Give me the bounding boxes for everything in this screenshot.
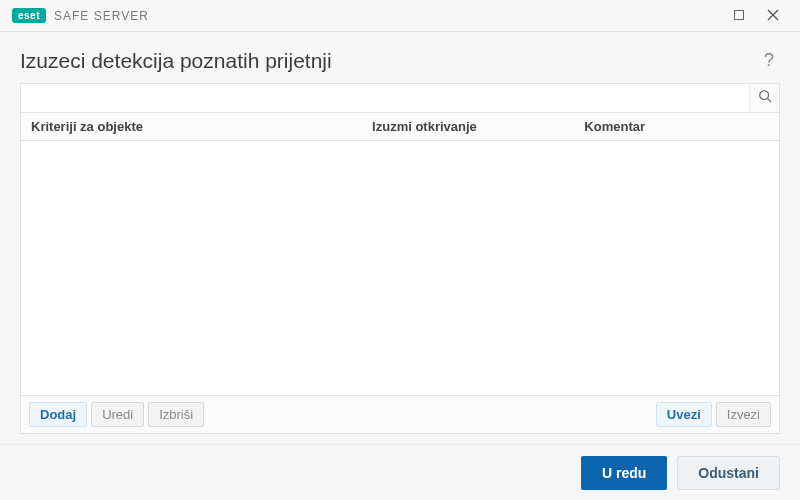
cancel-button[interactable]: Odustani — [677, 456, 780, 490]
column-comment[interactable]: Komentar — [574, 113, 779, 140]
window-maximize-button[interactable] — [722, 0, 756, 32]
brand-badge: eset — [12, 8, 46, 23]
column-exclude[interactable]: Izuzmi otkrivanje — [362, 113, 574, 140]
ok-button[interactable]: U redu — [581, 456, 667, 490]
import-button[interactable]: Uvezi — [656, 402, 712, 427]
page-header: Izuzeci detekcija poznatih prijetnji ? — [0, 32, 800, 83]
panel-actions: Dodaj Uredi Izbriši Uvezi Izvezi — [21, 395, 779, 433]
svg-rect-0 — [735, 10, 744, 19]
product-name: SAFE SERVER — [54, 9, 149, 23]
export-button[interactable]: Izvezi — [716, 402, 771, 427]
search-icon — [758, 89, 772, 107]
edit-button[interactable]: Uredi — [91, 402, 144, 427]
search-input[interactable] — [21, 84, 749, 112]
delete-button[interactable]: Izbriši — [148, 402, 204, 427]
table-header: Kriteriji za objekte Izuzmi otkrivanje K… — [21, 113, 779, 141]
add-button[interactable]: Dodaj — [29, 402, 87, 427]
content-area: Kriteriji za objekte Izuzmi otkrivanje K… — [0, 83, 800, 444]
close-icon — [767, 7, 779, 25]
svg-point-3 — [759, 91, 768, 100]
search-button[interactable] — [749, 84, 779, 112]
page-title: Izuzeci detekcija poznatih prijetnji — [20, 49, 332, 73]
square-icon — [733, 7, 745, 25]
search-bar — [21, 84, 779, 113]
table-body — [21, 141, 779, 395]
column-criteria[interactable]: Kriteriji za objekte — [21, 113, 362, 140]
window-close-button[interactable] — [756, 0, 790, 32]
exclusions-panel: Kriteriji za objekte Izuzmi otkrivanje K… — [20, 83, 780, 434]
help-button[interactable]: ? — [758, 46, 780, 75]
app-window: eset SAFE SERVER Izuzeci detekcija pozna… — [0, 0, 800, 500]
dialog-footer: U redu Odustani — [0, 444, 800, 500]
svg-line-4 — [767, 99, 771, 103]
titlebar: eset SAFE SERVER — [0, 0, 800, 32]
